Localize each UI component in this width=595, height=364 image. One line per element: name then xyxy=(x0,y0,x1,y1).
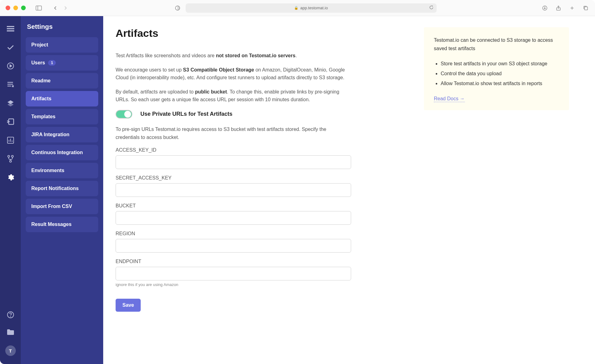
svg-rect-10 xyxy=(7,26,14,27)
share-icon[interactable] xyxy=(555,4,562,12)
access-key-id-label: ACCESS_KEY_ID xyxy=(116,147,412,153)
sidebar-item-notifications[interactable]: Report Notifications xyxy=(26,181,98,196)
tabs-icon[interactable] xyxy=(582,4,589,12)
info-bullet: Control the data you upload xyxy=(441,69,559,79)
sidebar-item-jira[interactable]: JIRA Integration xyxy=(26,127,98,142)
svg-point-26 xyxy=(11,155,13,157)
window-controls xyxy=(6,6,26,10)
description-1: Test Artifacts like screenshots and vide… xyxy=(116,52,351,60)
svg-rect-9 xyxy=(584,7,588,10)
sidebar-item-readme[interactable]: Readme xyxy=(26,73,98,89)
check-icon[interactable] xyxy=(7,43,15,51)
sidebar-item-import-csv[interactable]: Import From CSV xyxy=(26,199,98,214)
sidebar-item-project[interactable]: Project xyxy=(26,37,98,53)
private-urls-toggle[interactable] xyxy=(116,110,132,119)
access-key-id-input[interactable] xyxy=(116,155,351,169)
sidebar-item-environments[interactable]: Environments xyxy=(26,163,98,178)
read-docs-link[interactable]: Read Docs → xyxy=(434,96,465,102)
svg-marker-19 xyxy=(7,103,14,106)
endpoint-label: ENDPOINT xyxy=(116,259,412,264)
minimize-window-button[interactable] xyxy=(13,6,18,10)
secret-access-key-input[interactable] xyxy=(116,183,351,197)
back-icon[interactable] xyxy=(52,4,59,12)
sidebar-item-artifacts[interactable]: Artifacts xyxy=(26,91,98,106)
region-input[interactable] xyxy=(116,239,351,253)
import-icon[interactable] xyxy=(7,118,15,126)
sidebar-toggle-icon[interactable] xyxy=(35,4,42,12)
download-icon[interactable] xyxy=(541,4,549,12)
list-icon[interactable] xyxy=(7,80,15,89)
svg-marker-14 xyxy=(10,65,12,67)
info-text: Testomat.io can be connected to S3 stora… xyxy=(434,36,559,53)
branch-icon[interactable] xyxy=(7,155,15,163)
description-3: By default, artifacts are uploaded to pu… xyxy=(116,88,351,104)
avatar[interactable]: T xyxy=(5,345,16,356)
gear-icon[interactable] xyxy=(7,173,15,181)
folder-icon[interactable] xyxy=(7,328,15,336)
info-bullet: Allow Testomat.io show test artifacts in… xyxy=(441,79,559,89)
bucket-input[interactable] xyxy=(116,211,351,225)
svg-point-25 xyxy=(8,155,10,157)
chart-icon[interactable] xyxy=(7,136,15,144)
bucket-label: BUCKET xyxy=(116,203,412,209)
svg-rect-12 xyxy=(7,30,14,32)
svg-rect-0 xyxy=(36,6,42,10)
sidebar-item-ci[interactable]: Continuos Integration xyxy=(26,145,98,160)
region-label: REGION xyxy=(116,231,412,236)
sidebar-item-templates[interactable]: Templates xyxy=(26,109,98,124)
description-2: We encourage users to set up S3 Compatib… xyxy=(116,66,351,82)
info-box: Testomat.io can be connected to S3 stora… xyxy=(424,27,569,110)
sidebar-item-result-messages[interactable]: Result Messages xyxy=(26,217,98,232)
maximize-window-button[interactable] xyxy=(21,6,26,10)
description-4: To pre-sign URLs Testomat.io requires ac… xyxy=(116,125,351,141)
url-bar[interactable]: 🔒 app.testomat.io xyxy=(186,3,437,13)
sidebar-title: Settings xyxy=(26,23,98,30)
settings-sidebar: Settings Project Users1 Readme Artifacts… xyxy=(21,16,103,364)
shield-icon[interactable] xyxy=(174,4,181,12)
new-tab-icon[interactable] xyxy=(568,4,576,12)
main-content: Artifacts Test Artifacts like screenshot… xyxy=(103,16,595,364)
help-icon[interactable] xyxy=(7,311,15,319)
sidebar-item-users[interactable]: Users1 xyxy=(26,55,98,71)
endpoint-hint: ignore this if you are using Amazon xyxy=(116,282,412,287)
page-title: Artifacts xyxy=(116,27,412,39)
svg-rect-11 xyxy=(7,28,14,29)
nav-rail: T xyxy=(0,16,21,364)
close-window-button[interactable] xyxy=(6,6,10,10)
users-count-badge: 1 xyxy=(48,60,56,66)
info-bullet: Store test artifacts in your own S3 obje… xyxy=(441,59,559,69)
endpoint-input[interactable] xyxy=(116,267,351,280)
lock-icon: 🔒 xyxy=(294,6,298,10)
play-icon[interactable] xyxy=(7,62,15,70)
menu-icon[interactable] xyxy=(7,25,15,33)
save-button[interactable]: Save xyxy=(116,299,141,312)
layers-icon[interactable] xyxy=(7,99,15,107)
svg-point-30 xyxy=(10,317,11,317)
forward-icon[interactable] xyxy=(62,4,69,12)
browser-toolbar: 🔒 app.testomat.io xyxy=(0,0,595,16)
reload-icon[interactable] xyxy=(429,5,434,11)
url-text: app.testomat.io xyxy=(300,6,328,10)
svg-point-27 xyxy=(10,160,11,162)
toggle-label: Use Private URLs for Test Artifacts xyxy=(140,111,232,117)
secret-access-key-label: SECRET_ACCESS_KEY xyxy=(116,175,412,181)
